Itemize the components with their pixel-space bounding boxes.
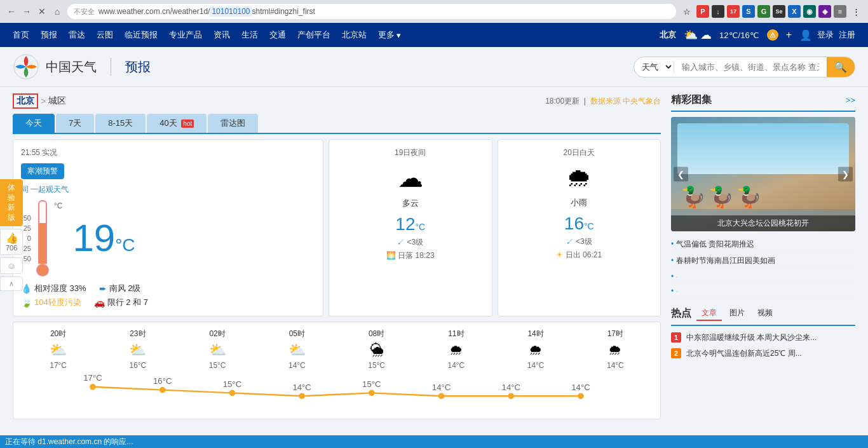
- home-button[interactable]: ⌂: [51, 5, 64, 18]
- reload-button[interactable]: ✕: [36, 5, 48, 18]
- nav-warning[interactable]: ⚠: [767, 29, 778, 41]
- hot-section: 热点 文章 图片 视频 1 中东部温暖继续升级 本周大风沙尘来... 2 北京今…: [671, 306, 855, 362]
- bookmark-icon[interactable]: ☆: [680, 4, 694, 18]
- search-type-select[interactable]: 天气: [634, 62, 674, 72]
- nav-more[interactable]: 更多 ▾: [378, 29, 401, 41]
- nav-home[interactable]: 首页: [13, 29, 29, 41]
- hot-num-2: 2: [671, 348, 681, 358]
- tab-8-15day[interactable]: 8-15天: [95, 114, 146, 133]
- forward-button[interactable]: →: [20, 5, 33, 18]
- hour-item: 14时 🌧 14°C: [498, 329, 574, 370]
- nav-register[interactable]: 注册: [839, 29, 855, 41]
- ext-icon-10[interactable]: ≡: [834, 5, 846, 18]
- news-list: 气温偏低 贵阳花期推迟 春耕时节海南昌江田园美如画 · ·: [671, 236, 855, 299]
- news-item-3[interactable]: ·: [671, 269, 855, 284]
- ext-icon-7[interactable]: X: [788, 5, 801, 18]
- search-input[interactable]: [674, 58, 827, 76]
- menu-icon[interactable]: ⋮: [849, 4, 863, 18]
- humidity-label: 相对湿度 33%: [34, 283, 86, 294]
- tomorrow-sun: ☀ 日出 06:21: [506, 250, 653, 261]
- news-item-1[interactable]: 气温偏低 贵阳花期推迟: [671, 236, 855, 253]
- news-item-2[interactable]: 春耕时节海南昌江田园美如画: [671, 253, 855, 269]
- wind-item: ➨ 南风 2级: [99, 283, 141, 294]
- side-floating: 体验 新版 👍 706 ☺ ∧: [0, 179, 23, 291]
- temp-point: [578, 393, 584, 399]
- hot-tabs: 文章 图片 视频: [696, 306, 778, 321]
- nav-platform[interactable]: 产创平台: [297, 29, 330, 41]
- ext-icon-2[interactable]: ↓: [712, 5, 724, 18]
- hot-tab-image[interactable]: 图片: [724, 306, 750, 321]
- hot-item-2[interactable]: 2 北京今明气温连创新高近25℃ 周...: [671, 346, 855, 362]
- back-button[interactable]: ←: [5, 5, 18, 18]
- therm-fill: [39, 223, 46, 264]
- gallery-next-button[interactable]: ❯: [838, 167, 853, 182]
- ext-icon-4[interactable]: S: [742, 5, 755, 18]
- nav-products[interactable]: 专业产品: [169, 29, 202, 41]
- temp-display: 50 25 0 -25 -50 °C: [21, 200, 315, 276]
- nav-news[interactable]: 资讯: [214, 29, 230, 41]
- traffic-label: 限行 2 和 7: [107, 297, 148, 308]
- gallery-prev-button[interactable]: ❮: [674, 167, 688, 182]
- tomorrow-unit: °C: [584, 221, 594, 231]
- feedback-button[interactable]: ☺: [0, 257, 23, 274]
- nav-login[interactable]: 登录: [817, 29, 834, 41]
- observe-link[interactable]: 同 一起观天气: [21, 184, 315, 195]
- ext-icon-3[interactable]: 17: [727, 5, 740, 18]
- main-content: 北京 > 城区 18:00更新 | 数据来源 中央气象台 今天 7天 8-15天…: [0, 87, 868, 426]
- nav-beijing-station[interactable]: 北京站: [342, 29, 367, 41]
- duck-3: 🦆: [736, 185, 762, 209]
- nav-nearby[interactable]: 临近预报: [125, 29, 158, 41]
- top-button[interactable]: ∧: [0, 276, 23, 291]
- hour-item: 05时 ⛅ 14°C: [259, 329, 336, 370]
- ext-icon-8[interactable]: ◉: [803, 5, 816, 18]
- gallery-more[interactable]: >>: [846, 95, 855, 105]
- nav-right: 北京 ⛅ ☁ 12℃/16℃ ⚠ + 👤 登录 注册: [660, 28, 855, 42]
- ext-icon-5[interactable]: G: [757, 5, 770, 18]
- temp-point: [508, 393, 514, 399]
- content-left: 北京 > 城区 18:00更新 | 数据来源 中央气象台 今天 7天 8-15天…: [13, 93, 661, 419]
- nav-traffic[interactable]: 交通: [269, 29, 286, 41]
- hour-temp: 15°C: [179, 361, 256, 370]
- hour-label: 02时: [179, 329, 256, 339]
- tomorrow-wind: ↙ <3级: [506, 236, 653, 247]
- ext-icon-6[interactable]: Se: [773, 5, 785, 18]
- like-button[interactable]: 👍 706: [0, 229, 23, 255]
- tab-7day[interactable]: 7天: [56, 114, 94, 133]
- ext-icon-1[interactable]: P: [696, 5, 709, 18]
- nav-life[interactable]: 生活: [241, 29, 258, 41]
- tab-40day[interactable]: 40天 hot: [147, 114, 207, 133]
- nav-radar[interactable]: 雷达: [69, 29, 85, 41]
- hour-item: 23时 ⛅ 16°C: [99, 329, 176, 370]
- breadcrumb-city[interactable]: 北京: [13, 93, 38, 109]
- tab-today[interactable]: 今天: [13, 114, 55, 133]
- url-base: www.weather.com.cn/weather1d/: [98, 7, 210, 16]
- ext-icon-9[interactable]: ◈: [818, 5, 831, 18]
- temp-label: 14°C: [571, 383, 590, 392]
- hour-icon: ⛅: [179, 342, 256, 358]
- nav-cloud[interactable]: 云图: [97, 29, 113, 41]
- hot-tab-article[interactable]: 文章: [696, 306, 722, 321]
- hot-tab-video[interactable]: 视频: [752, 306, 778, 321]
- tomorrow-label: 20日白天: [506, 147, 653, 158]
- hourly-row: 20时 ⛅ 17°C 23时 ⛅ 16°C 02时 ⛅ 15°C 05时 ⛅ 1…: [20, 329, 654, 370]
- tab-radar[interactable]: 雷达图: [208, 114, 258, 133]
- nav-plus[interactable]: +: [786, 29, 792, 41]
- news-item-4[interactable]: ·: [671, 284, 855, 299]
- new-version-button[interactable]: 体验 新版: [0, 179, 23, 226]
- nav-forecast[interactable]: 预报: [41, 29, 57, 41]
- hour-icon: 🌦: [338, 342, 415, 358]
- cold-warning-badge: 寒潮预警: [21, 163, 64, 179]
- hour-item: 17时 🌧 14°C: [577, 329, 654, 370]
- hot-item-1[interactable]: 1 中东部温暖继续升级 本周大风沙尘来...: [671, 330, 855, 346]
- hot-badge: hot: [181, 119, 194, 128]
- nav-bar: 首页 预报 雷达 云图 临近预报 专业产品 资讯 生活 交通 产创平台 北京站 …: [0, 23, 868, 47]
- nav-weather: ⛅ ☁: [684, 28, 712, 42]
- tonight-temp: 12°C: [337, 214, 484, 234]
- like-icon: 👍: [6, 232, 17, 244]
- address-bar[interactable]: 不安全 www.weather.com.cn/weather1d/ 101010…: [67, 4, 676, 19]
- tonight-sun: 🌅 日落 18:23: [337, 250, 484, 261]
- tonight-unit: °C: [415, 222, 425, 232]
- search-button[interactable]: 🔍: [827, 57, 855, 77]
- gallery-image[interactable]: 🦆 🦆 🦆 ❮ ❯ 北京大兴念坛公园桃花初开: [671, 117, 855, 231]
- thermometer-area: 50 25 0 -25 -50 °C: [21, 200, 62, 276]
